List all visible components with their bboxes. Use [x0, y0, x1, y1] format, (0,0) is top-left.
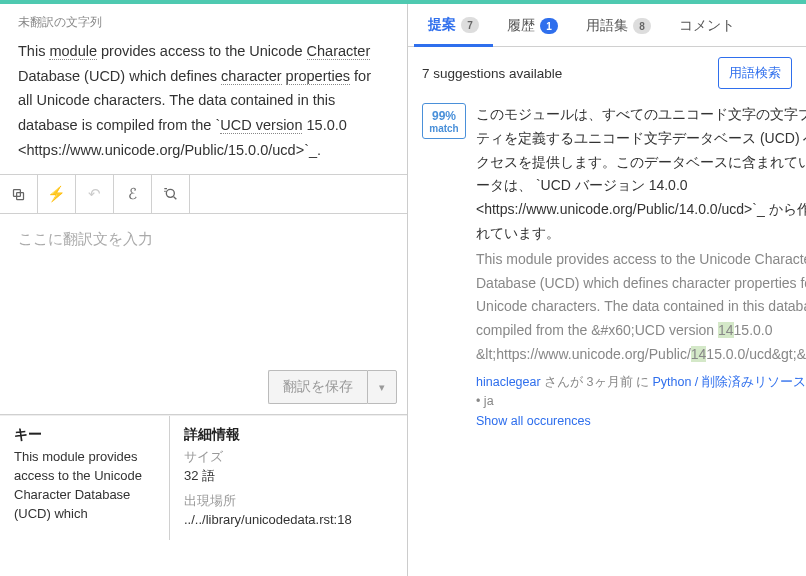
match-badge: 99% match: [422, 103, 466, 139]
glossary-search-button[interactable]: 用語検索: [718, 57, 792, 89]
size-label: サイズ: [184, 448, 352, 467]
glossary-count-badge: 8: [633, 18, 651, 34]
key-title: キー: [14, 426, 155, 444]
save-dropdown[interactable]: ▾: [367, 370, 397, 404]
tabs: 提案7 履歴1 用語集8 コメント: [408, 4, 806, 47]
key-body: This module provides access to the Unico…: [14, 448, 155, 523]
history-count-badge: 1: [540, 18, 558, 34]
details-title: 詳細情報: [184, 426, 352, 444]
user-link[interactable]: hinaclegear: [476, 375, 541, 389]
suggestion-source: This module provides access to the Unico…: [476, 248, 806, 367]
svg-point-2: [166, 190, 174, 198]
show-occurrences-link[interactable]: Show all occurences: [476, 412, 591, 431]
suggestion-item[interactable]: 99% match このモジュールは、すべてのユニコード文字の文字プロパティを定…: [408, 99, 806, 576]
resource-link[interactable]: Python / 削除済みリソース: [652, 375, 805, 389]
tab-glossary[interactable]: 用語集8: [572, 4, 665, 46]
tab-history[interactable]: 履歴1: [493, 4, 572, 46]
loc-value: ../../library/unicodedata.rst:18: [184, 511, 352, 530]
search-options-icon[interactable]: [152, 175, 190, 213]
suggestion-translation: このモジュールは、すべてのユニコード文字の文字プロパティを定義するユニコード文字…: [476, 103, 806, 246]
size-value: 32 語: [184, 467, 352, 486]
tab-comments[interactable]: コメント: [665, 4, 749, 46]
source-text: This module provides access to the Unico…: [0, 39, 407, 174]
source-header: 未翻訳の文字列: [0, 4, 407, 39]
editor-toolbar: ⚡ ↶ ℰ: [0, 174, 407, 214]
suggestions-count: 7 suggestions available: [422, 66, 562, 81]
tab-suggestions[interactable]: 提案7: [414, 4, 493, 47]
save-button[interactable]: 翻訳を保存: [268, 370, 367, 404]
loc-label: 出現場所: [184, 492, 352, 511]
copy-icon[interactable]: [0, 175, 38, 213]
suggestion-meta: hinaclegear さんが 3ヶ月前 に Python / 削除済みリソース…: [476, 373, 806, 431]
auto-translate-icon[interactable]: ⚡: [38, 175, 76, 213]
format-icon[interactable]: ℰ: [114, 175, 152, 213]
undo-icon[interactable]: ↶: [76, 175, 114, 213]
suggest-count-badge: 7: [461, 17, 479, 33]
translation-input[interactable]: ここに翻訳文を入力: [0, 214, 407, 364]
